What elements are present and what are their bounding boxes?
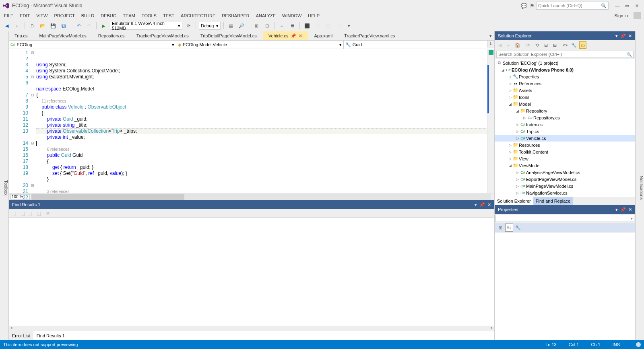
tree-index-cs[interactable]: ▷C#Index.cs — [495, 121, 635, 128]
menu-analyze[interactable]: ANALYZE — [253, 11, 279, 20]
solution-tree[interactable]: ⧉Solution 'ECOlog' (1 project) ◢C#ECOlog… — [495, 59, 635, 197]
tree-export-vm[interactable]: ▷C#ExportPageViewModel.cs — [495, 176, 635, 183]
start-debug-play-icon[interactable]: ▶ — [99, 21, 108, 30]
tree-references[interactable]: ▷▪▪References — [495, 80, 635, 87]
debug-target-refresh-icon[interactable]: ⟳ — [184, 21, 193, 30]
find-tb-2[interactable]: ⬚ — [21, 211, 25, 216]
user-avatar[interactable] — [634, 12, 641, 19]
se-close-icon[interactable]: ✕ — [628, 33, 632, 39]
menu-window[interactable]: WINDOW — [279, 11, 305, 20]
se-code-icon[interactable]: <> — [561, 41, 569, 49]
tree-model[interactable]: ◢📁Model — [495, 101, 635, 107]
menu-test[interactable]: TEST — [160, 11, 178, 20]
se-menu-icon[interactable]: ▾ — [615, 33, 618, 39]
tab-find-replace[interactable]: Find and Replace — [533, 197, 573, 205]
se-search-input[interactable] — [498, 52, 627, 57]
tab-trackerpagevm[interactable]: TrackerPageViewModel.cs — [131, 31, 195, 40]
debug-target-combo[interactable]: Emulator 8.1 WVGA 4 inch 512MB▾ — [110, 22, 182, 30]
indent-dec-icon[interactable]: ≡ — [277, 21, 286, 30]
find-tb-1[interactable]: ⬚ — [11, 211, 16, 216]
find-results-hscroll[interactable] — [9, 326, 494, 331]
se-back-icon[interactable]: ◀ — [496, 41, 504, 49]
tab-find-results[interactable]: Find Results 1 — [33, 331, 68, 340]
props-close-icon[interactable]: ✕ — [628, 207, 632, 212]
find-tb-3[interactable]: ⬚ — [27, 211, 32, 216]
menu-view[interactable]: VIEW — [33, 11, 51, 20]
save-icon[interactable]: 💾 — [49, 21, 58, 30]
tree-trip-cs[interactable]: ▷C#Trip.cs — [495, 128, 635, 135]
menu-help[interactable]: HELP — [305, 11, 323, 20]
tree-assets[interactable]: ▷📁Assets — [495, 87, 635, 94]
props-menu-icon[interactable]: ▾ — [615, 207, 618, 212]
find-results-header[interactable]: Find Results 1 ▾ 📌 ✕ — [9, 200, 494, 209]
flag-icon[interactable]: ⚑ — [528, 3, 536, 9]
toolbar-icon-5[interactable]: ⬚ — [313, 21, 322, 30]
tab-mainpagevm[interactable]: MainPageViewModel.cs — [34, 31, 93, 40]
notifications-strip[interactable]: Notifications — [635, 31, 644, 340]
toolbar-icon-3[interactable]: ⊞ — [252, 21, 261, 30]
bookmark-icon[interactable]: ⬛ — [303, 21, 312, 30]
tab-solution-explorer[interactable]: Solution Explorer — [495, 197, 533, 205]
menu-tools[interactable]: TOOLS — [138, 11, 160, 20]
open-file-icon[interactable]: 📂 — [38, 21, 47, 30]
tree-properties[interactable]: ▷🔧Properties — [495, 73, 635, 80]
tree-repository-folder[interactable]: ◢📁Repository — [495, 107, 635, 114]
tab-appxaml[interactable]: App.xaml — [308, 31, 339, 40]
nav-member[interactable]: 🔧Guid▾ — [344, 41, 494, 49]
properties-object-combo[interactable]: ▾ — [495, 215, 634, 222]
quick-launch-input[interactable] — [538, 3, 601, 8]
tab-trip[interactable]: Trip.cs — [9, 31, 34, 40]
se-fwd-icon[interactable]: ▸ — [505, 41, 512, 49]
tab-vehicle[interactable]: Vehicle.cs📌✕ — [263, 31, 309, 40]
props-pin-icon[interactable]: 📌 — [620, 207, 626, 212]
toolbar-icon-1[interactable]: ▦ — [227, 21, 235, 30]
close-tab-icon[interactable]: ✕ — [299, 33, 302, 39]
tree-vehicle-cs[interactable]: ▷C#Vehicle.cs — [495, 135, 635, 142]
tree-icons[interactable]: ▷📁Icons — [495, 94, 635, 101]
menu-resharper[interactable]: RESHARPER — [219, 11, 252, 20]
tree-viewmodel[interactable]: ◢📁ViewModel — [495, 162, 635, 169]
nav-project[interactable]: C#ECOlog▾ — [9, 41, 176, 49]
tree-solution[interactable]: ⧉Solution 'ECOlog' (1 project) — [495, 60, 635, 66]
menu-architecture[interactable]: ARCHITECTURE — [178, 11, 219, 20]
tab-tripdetailvm[interactable]: TripDetailPageViewModel.cs — [195, 31, 263, 40]
properties-header[interactable]: Properties ▾📌✕ — [495, 205, 635, 214]
pin-icon[interactable]: 📌 — [291, 33, 296, 39]
nav-forward-icon[interactable]: ▸ — [13, 21, 22, 30]
tabs-overflow-icon[interactable]: ▾ — [487, 31, 494, 40]
sign-in-link[interactable]: Sign in — [610, 13, 632, 18]
menu-team[interactable]: TEAM — [120, 11, 138, 20]
editor-scrollbar[interactable]: ⇕ — [487, 49, 494, 193]
feedback-icon[interactable]: 💬 — [520, 3, 528, 9]
se-collapse-icon[interactable]: ⊟ — [542, 41, 549, 49]
se-sync-icon[interactable]: ⟳ — [524, 41, 532, 49]
tree-repository-cs[interactable]: ▷C#Repository.cs — [495, 114, 635, 121]
tab-trackerpageview[interactable]: TrackerPageView.xaml.cs — [339, 31, 401, 40]
minimize-button[interactable]: — — [613, 3, 622, 8]
code-editor[interactable]: 1 2 3 4 5 6 7 8 9 10 11 12 13 14 15 — [9, 49, 494, 193]
se-home-icon[interactable]: 🏠 — [514, 41, 521, 49]
se-props-icon[interactable]: 🔧 — [570, 41, 578, 49]
toolbar-icon-4[interactable]: ⊟ — [262, 21, 271, 30]
props-wrench-icon[interactable]: 🔧 — [514, 224, 522, 232]
close-button[interactable]: ✕ — [632, 3, 642, 8]
new-project-icon[interactable]: 🗋 — [28, 21, 37, 30]
nav-class[interactable]: ◆ECOlog.Model.Vehicle▾ — [176, 41, 344, 49]
save-all-icon[interactable]: ⿻ — [59, 21, 68, 30]
split-editor-icon[interactable]: ⇕ — [487, 40, 494, 47]
se-pin-icon[interactable]: 📌 — [620, 33, 626, 39]
config-combo[interactable]: Debug▾ — [199, 22, 221, 30]
panel-close-icon[interactable]: ✕ — [487, 202, 491, 207]
redo-icon[interactable]: ↷ — [85, 21, 93, 30]
tab-error-list[interactable]: Error List — [9, 331, 33, 340]
editor-hscroll[interactable] — [31, 194, 491, 200]
se-refresh-icon[interactable]: ⟲ — [533, 41, 541, 49]
panel-menu-icon[interactable]: ▾ — [475, 202, 477, 207]
se-showall-icon[interactable]: ⊞ — [551, 41, 558, 49]
nav-back-icon[interactable]: ◀ — [2, 21, 11, 30]
tree-navservice[interactable]: ▷C#NavigationService.cs — [495, 189, 635, 196]
solution-explorer-header[interactable]: Solution Explorer ▾📌✕ — [495, 31, 635, 40]
tree-resources[interactable]: ▷📁Resources — [495, 142, 635, 148]
find-tb-clear[interactable]: ✕ — [46, 211, 50, 216]
tree-analysis-vm[interactable]: ▷C#AnalysisPageViewModel.cs — [495, 169, 635, 176]
